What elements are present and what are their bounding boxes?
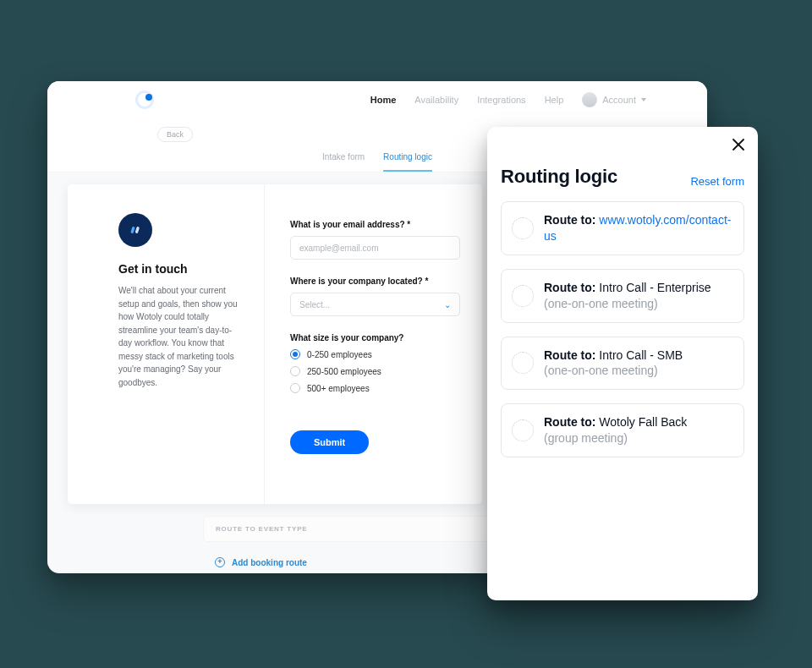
route-card-0[interactable]: Route to: www.wotoly.com/contact-us [501, 201, 744, 255]
route-card-3[interactable]: Route to: Wotoly Fall Back (group meetin… [501, 403, 744, 457]
radio-icon [290, 383, 300, 393]
size-option-2[interactable]: 500+ employees [290, 383, 460, 393]
location-select[interactable]: Select... ⌄ [290, 293, 460, 316]
route-card-1[interactable]: Route to: Intro Call - Enterprise (one-o… [501, 269, 744, 323]
tab-routing-logic[interactable]: Routing logic [383, 152, 432, 172]
route-placeholder-icon [512, 217, 534, 239]
route-to-label: Route to: [544, 281, 595, 294]
email-label: What is your email address? * [290, 220, 460, 229]
route-card-2[interactable]: Route to: Intro Call - SMB (one-on-one m… [501, 337, 744, 391]
tab-intake-form[interactable]: Intake form [322, 152, 365, 172]
routing-logic-panel: Routing logic Reset form Route to: www.w… [487, 127, 758, 600]
location-label: Where is your company located? * [290, 277, 460, 286]
intro-title: Get in touch [118, 262, 244, 276]
reset-form-link[interactable]: Reset form [690, 175, 744, 188]
size-option-0[interactable]: 0-250 employees [290, 349, 460, 359]
route-destination: Intro Call - SMB [599, 348, 683, 362]
route-to-label: Route to: [544, 213, 595, 227]
top-nav: Home Availability Integrations Help Acco… [47, 81, 707, 118]
add-booking-route-label: Add booking route [232, 558, 307, 567]
route-destination: Intro Call - Enterprise [599, 281, 710, 294]
route-to-label: Route to: [544, 415, 595, 429]
chevron-down-icon: ⌄ [444, 300, 451, 309]
route-subtitle: (group meeting) [544, 430, 687, 446]
nav-help[interactable]: Help [545, 95, 564, 105]
intake-form-card: Get in touch We'll chat about your curre… [68, 184, 482, 504]
route-subtitle: (one-on-one meeting) [544, 296, 711, 312]
form-fields: What is your email address? * Where is y… [264, 184, 482, 504]
route-event-type-caption: ROUTE TO EVENT TYPE [216, 525, 478, 533]
brand-chip-icon [118, 213, 152, 247]
size-option-2-label: 500+ employees [307, 384, 370, 393]
radio-icon [290, 366, 300, 376]
location-placeholder: Select... [299, 300, 330, 309]
size-option-0-label: 0-250 employees [307, 350, 372, 359]
route-destination: Wotoly Fall Back [599, 415, 687, 429]
close-icon [732, 139, 744, 151]
route-to-label: Route to: [544, 348, 595, 362]
email-field[interactable] [290, 236, 460, 260]
route-placeholder-icon [512, 419, 534, 441]
plus-icon: + [215, 557, 225, 567]
nav-account-label: Account [602, 95, 636, 105]
app-logo-icon [135, 90, 154, 109]
nav-home[interactable]: Home [370, 95, 397, 105]
size-label: What size is your company? [290, 333, 460, 342]
nav-account[interactable]: Account [582, 92, 646, 107]
close-button[interactable] [729, 135, 748, 154]
nav-integrations[interactable]: Integrations [477, 95, 525, 105]
nav-availability[interactable]: Availability [414, 95, 458, 105]
route-subtitle: (one-on-one meeting) [544, 363, 683, 379]
svg-rect-1 [135, 227, 140, 234]
intro-body: We'll chat about your current setup and … [118, 284, 244, 389]
back-button[interactable]: Back [157, 127, 193, 142]
form-intro: Get in touch We'll chat about your curre… [68, 184, 264, 504]
route-event-type-box: ROUTE TO EVENT TYPE [203, 516, 491, 542]
size-option-1[interactable]: 250-500 employees [290, 366, 460, 376]
chevron-down-icon [641, 98, 646, 101]
size-option-1-label: 250-500 employees [307, 367, 381, 376]
route-placeholder-icon [512, 285, 534, 307]
submit-button[interactable]: Submit [290, 430, 369, 454]
radio-icon [290, 349, 300, 359]
panel-title: Routing logic [501, 166, 617, 188]
route-placeholder-icon [512, 352, 534, 374]
avatar-icon [582, 92, 597, 107]
svg-rect-0 [130, 227, 135, 234]
